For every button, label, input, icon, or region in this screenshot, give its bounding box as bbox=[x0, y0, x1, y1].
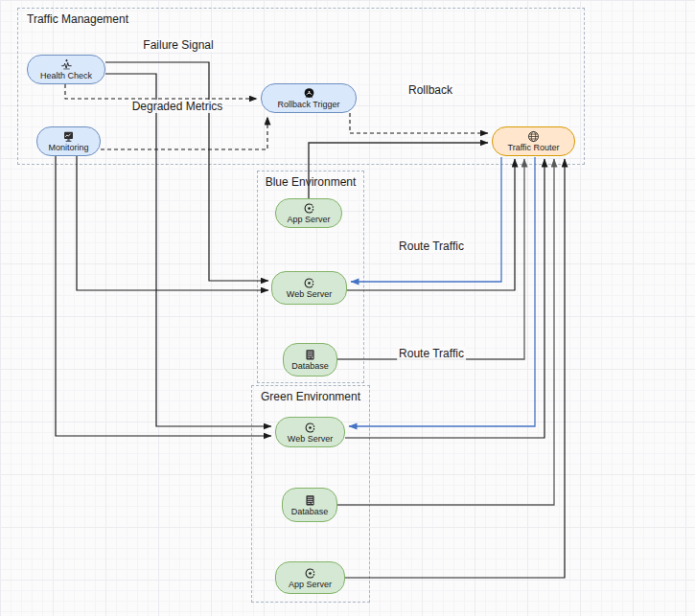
edge-blue-database-router[interactable] bbox=[337, 159, 524, 359]
node-label-monitoring: Monitoring bbox=[48, 143, 88, 153]
health-check-icon bbox=[60, 58, 73, 71]
node-label-traffic-router: Traffic Router bbox=[507, 143, 559, 153]
edge-label-route-traffic-blue[interactable]: Route Traffic bbox=[397, 240, 466, 253]
edge-monitoring-green-webserver[interactable] bbox=[56, 156, 271, 436]
edge-healthcheck-blue-webserver[interactable] bbox=[105, 62, 268, 281]
diagram-canvas[interactable]: Traffic Management Blue Environment Gree… bbox=[0, 0, 695, 616]
edge-router-blue-webserver[interactable] bbox=[351, 157, 501, 282]
edge-blue-appserver-router[interactable] bbox=[309, 143, 488, 198]
database-icon bbox=[304, 494, 316, 507]
globe-icon bbox=[527, 130, 540, 143]
edge-router-green-webserver[interactable] bbox=[349, 157, 535, 426]
node-blue-app-server[interactable]: App Server bbox=[275, 198, 342, 228]
edge-blue-webserver-router[interactable] bbox=[347, 159, 515, 290]
node-green-database[interactable]: Database bbox=[282, 488, 337, 522]
node-blue-web-server[interactable]: Web Server bbox=[271, 271, 347, 305]
edge-rollbacktrigger-router[interactable] bbox=[350, 113, 488, 133]
node-green-web-server[interactable]: Web Server bbox=[275, 417, 345, 447]
web-server-icon bbox=[304, 422, 316, 434]
alarm-icon bbox=[303, 87, 315, 100]
node-label-blue-app-server: App Server bbox=[287, 215, 330, 225]
edge-label-failure-signal[interactable]: Failure Signal bbox=[141, 38, 215, 52]
app-server-icon bbox=[304, 567, 316, 580]
node-rollback-trigger[interactable]: Rollback Trigger bbox=[261, 83, 357, 113]
node-label-green-web-server: Web Server bbox=[288, 434, 333, 445]
node-label-blue-web-server: Web Server bbox=[287, 289, 332, 300]
app-server-icon bbox=[303, 202, 315, 215]
node-label-blue-database: Database bbox=[291, 361, 329, 372]
node-traffic-router[interactable]: Traffic Router bbox=[492, 126, 575, 156]
edge-label-degraded-metrics[interactable]: Degraded Metrics bbox=[130, 100, 225, 113]
edge-monitoring-blue-webserver[interactable] bbox=[77, 156, 268, 290]
edge-healthcheck-rollbacktrigger[interactable] bbox=[65, 84, 257, 99]
edge-healthcheck-green-webserver[interactable] bbox=[105, 74, 271, 426]
node-blue-database[interactable]: Database bbox=[283, 343, 337, 376]
node-label-rollback-trigger: Rollback Trigger bbox=[277, 100, 339, 110]
edge-label-route-traffic-green[interactable]: Route Traffic bbox=[397, 347, 466, 360]
node-health-check[interactable]: Health Check bbox=[27, 55, 105, 84]
edge-green-appserver-router[interactable] bbox=[345, 159, 565, 578]
node-green-app-server[interactable]: App Server bbox=[275, 561, 345, 594]
node-label-health-check: Health Check bbox=[40, 71, 92, 81]
monitoring-icon bbox=[62, 130, 75, 143]
database-icon bbox=[304, 349, 316, 361]
edge-green-database-router[interactable] bbox=[337, 159, 554, 505]
node-label-green-database: Database bbox=[291, 507, 329, 517]
node-label-green-app-server: App Server bbox=[289, 580, 332, 590]
edge-label-rollback[interactable]: Rollback bbox=[406, 83, 454, 97]
web-server-icon bbox=[303, 277, 315, 289]
node-monitoring[interactable]: Monitoring bbox=[36, 126, 101, 156]
edge-monitoring-rollbacktrigger[interactable] bbox=[101, 117, 267, 149]
